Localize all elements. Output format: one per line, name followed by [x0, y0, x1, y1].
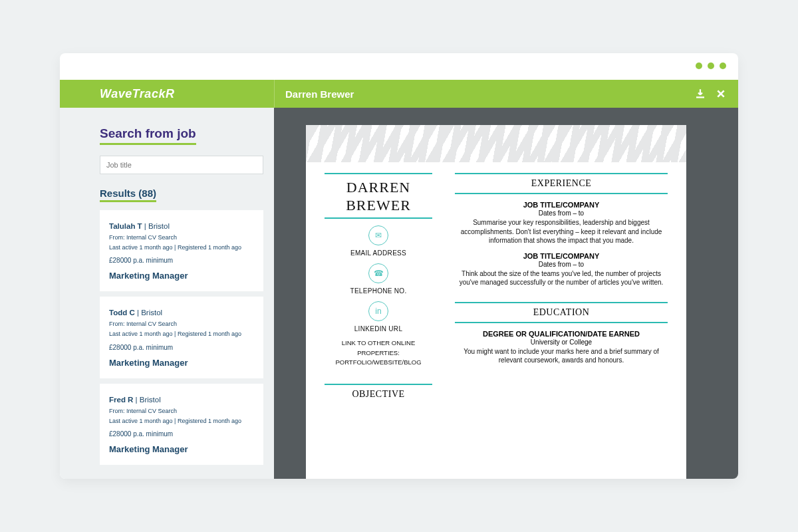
result-source: From: Internal CV Search	[109, 233, 254, 241]
result-source: From: Internal CV Search	[109, 407, 254, 415]
result-name: Fred R	[109, 396, 133, 404]
result-activity: Last active 1 month ago | Registered 1 m…	[109, 330, 254, 338]
divider	[325, 384, 432, 385]
divider	[455, 322, 668, 323]
cv-phone-label: TELEPHONE NO.	[325, 287, 432, 295]
cv-school: University or College	[455, 338, 668, 346]
cv-other-label: LINK TO OTHER ONLINE	[325, 339, 432, 347]
result-location: Bristol	[141, 309, 162, 317]
cv-degree: DEGREE OR QUALIFICATION/DATE EARNED	[455, 330, 668, 338]
cv-objective-heading: OBJECTIVE	[325, 389, 432, 400]
candidate-name-header: Darren Brewer	[285, 88, 354, 100]
search-input[interactable]	[100, 156, 263, 174]
results-heading: Results (88)	[100, 188, 156, 202]
detail-actions	[694, 88, 726, 100]
cv-linkedin-label: LINKEDIN URL	[325, 325, 432, 332]
linkedin-icon: in	[368, 301, 388, 321]
result-card[interactable]: Todd C | Bristol From: Internal CV Searc…	[100, 297, 263, 378]
result-salary: £28000 p.a. minimum	[109, 257, 254, 264]
result-location: Bristol	[140, 396, 161, 404]
result-role: Marketing Manager	[109, 358, 254, 368]
divider	[325, 173, 432, 174]
result-card[interactable]: Fred R | Bristol From: Internal CV Searc…	[100, 384, 263, 465]
cv-education-heading: EDUCATION	[455, 307, 668, 318]
cv-email-label: EMAIL ADDRESS	[325, 249, 432, 257]
body: Search from job Results (88) Talulah T |…	[60, 108, 738, 479]
brand-logo: WaveTrackR	[100, 87, 174, 101]
search-heading: Search from job	[100, 126, 196, 145]
divider	[455, 302, 668, 303]
window-controls	[696, 63, 726, 69]
left-panel: Search from job Results (88) Talulah T |…	[60, 108, 274, 479]
brand-area: WaveTrackR	[60, 80, 274, 108]
divider	[455, 193, 668, 194]
result-activity: Last active 1 month ago | Registered 1 m…	[109, 417, 254, 425]
preview-panel: DARREN BREWER ✉ EMAIL ADDRESS ☎ TELEPHON…	[274, 108, 738, 479]
cv-name-line2: BREWER	[325, 198, 432, 214]
result-salary: £28000 p.a. minimum	[109, 344, 254, 351]
phone-icon: ☎	[368, 263, 388, 283]
cv-name-line1: DARREN	[325, 180, 432, 196]
cv-job-title: JOB TITLE/COMPANY	[455, 201, 668, 209]
divider	[455, 173, 668, 174]
cv-job-dates: Dates from – to	[455, 209, 668, 217]
cv-other-label: PORTFOLIO/WEBSITE/BLOG	[325, 358, 432, 366]
download-icon[interactable]	[694, 88, 706, 100]
window-dot[interactable]	[696, 63, 702, 69]
window-dot[interactable]	[708, 63, 714, 69]
close-icon[interactable]	[716, 88, 726, 99]
cv-header-pattern	[306, 125, 686, 162]
cv-job-title: JOB TITLE/COMPANY	[455, 252, 668, 260]
cv-body: DARREN BREWER ✉ EMAIL ADDRESS ☎ TELEPHON…	[306, 162, 686, 402]
header-bar: WaveTrackR Darren Brewer	[60, 80, 738, 108]
cv-other-label: PROPERTIES:	[325, 349, 432, 357]
cv-left-column: DARREN BREWER ✉ EMAIL ADDRESS ☎ TELEPHON…	[325, 169, 444, 402]
email-icon: ✉	[368, 225, 388, 245]
window-dot[interactable]	[720, 63, 726, 69]
result-name: Todd C	[109, 309, 135, 317]
result-location: Bristol	[148, 222, 170, 230]
result-source: From: Internal CV Search	[109, 320, 254, 328]
result-activity: Last active 1 month ago | Registered 1 m…	[109, 243, 254, 251]
cv-job-desc: Summarise your key responsibilities, lea…	[455, 218, 668, 245]
divider	[325, 217, 432, 219]
cv-right-column: EXPERIENCE JOB TITLE/COMPANY Dates from …	[444, 169, 668, 402]
cv-experience-heading: EXPERIENCE	[455, 178, 668, 189]
detail-header: Darren Brewer	[274, 80, 738, 108]
cv-job-dates: Dates from – to	[455, 261, 668, 268]
cv-job-desc: Think about the size of the teams you've…	[455, 269, 668, 287]
result-role: Marketing Manager	[109, 444, 254, 454]
result-salary: £28000 p.a. minimum	[109, 430, 254, 438]
cv-document: DARREN BREWER ✉ EMAIL ADDRESS ☎ TELEPHON…	[306, 125, 686, 479]
result-role: Marketing Manager	[109, 271, 254, 281]
app-window: WaveTrackR Darren Brewer Search from job…	[60, 53, 738, 479]
result-card[interactable]: Talulah T | Bristol From: Internal CV Se…	[100, 210, 263, 291]
cv-edu-desc: You might want to include your marks her…	[455, 347, 668, 365]
result-name: Talulah T	[109, 222, 142, 230]
